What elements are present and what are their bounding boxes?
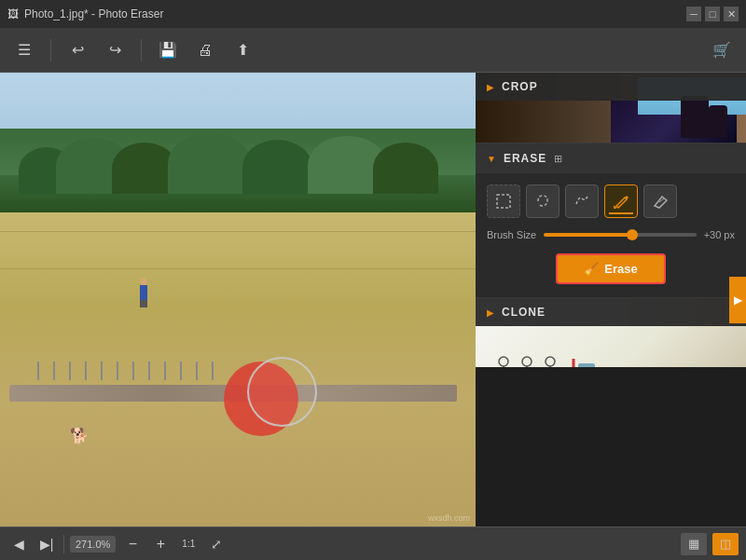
brush-thumb[interactable] [627, 229, 638, 240]
svg-rect-0 [497, 195, 510, 208]
tree-5 [242, 140, 312, 194]
undo-button[interactable]: ↩ [62, 35, 92, 65]
erase-section: ▼ ERASE ⊞ [476, 143, 746, 297]
clone-arrow-icon: ▶ [487, 307, 494, 318]
tree-7 [373, 143, 438, 194]
svg-point-5 [499, 357, 508, 366]
lasso-select-button[interactable] [526, 184, 560, 218]
pencil-tool-button[interactable] [604, 184, 638, 218]
lasso-icon [534, 193, 551, 210]
tool-buttons-row [476, 173, 746, 224]
brush-size-row: Brush Size +30 px [476, 224, 746, 250]
ground-line-2 [0, 268, 476, 269]
erase-arrow-icon: ▼ [487, 154, 496, 164]
redo-button[interactable]: ↪ [100, 35, 130, 65]
svg-point-11 [522, 357, 532, 366]
maximize-button[interactable]: □ [705, 7, 720, 21]
minimize-button[interactable]: ─ [686, 7, 701, 21]
erase-button-icon: 🧹 [584, 262, 599, 276]
erase-button[interactable]: 🧹 Erase [556, 253, 665, 284]
brush-circle-cursor [247, 357, 317, 427]
window-title: Photo_1.jpg* - Photo Eraser [24, 7, 163, 20]
ground-line-1 [0, 231, 476, 232]
erase-expand-icon: ⊞ [554, 153, 562, 165]
brush-value: +30 px [704, 229, 735, 240]
clone-header[interactable]: ▶ CLONE [476, 298, 746, 326]
close-button[interactable]: ✕ [724, 7, 739, 21]
crop-section[interactable]: ▶ CROP [476, 73, 746, 143]
panel-arrow-icon: ▶ [734, 294, 742, 307]
brush-slider[interactable] [544, 233, 696, 237]
person-1 [140, 278, 147, 307]
print-button[interactable]: 🖨 [190, 35, 220, 65]
crop-header[interactable]: ▶ CROP [476, 73, 746, 101]
titlebar-left: 🖼 Photo_1.jpg* - Photo Eraser [7, 7, 163, 20]
cart-button[interactable]: 🛒 [707, 35, 737, 65]
next-image-button[interactable]: ▶| [35, 533, 58, 555]
tree-4 [168, 133, 252, 194]
zoom-out-button[interactable]: − [121, 533, 144, 555]
panel-expand-tab[interactable]: ▶ [729, 277, 746, 323]
titlebar-controls[interactable]: ─ □ ✕ [686, 7, 739, 21]
brush-size-label: Brush Size [487, 229, 536, 240]
rect-select-icon [495, 193, 512, 210]
watermark: wxsdh.com [428, 513, 470, 523]
titlebar: 🖼 Photo_1.jpg* - Photo Eraser ─ □ ✕ [0, 0, 746, 28]
zoom-in-button[interactable]: + [149, 533, 172, 555]
rect-select-button[interactable] [487, 184, 520, 218]
toolbar: ☰ ↩ ↪ 💾 🖨 ⬆ 🛒 [0, 28, 746, 73]
dog: 🐕 [70, 427, 89, 444]
erase-header[interactable]: ▼ ERASE ⊞ [476, 143, 746, 173]
zoom-dropdown[interactable]: 271.0% [70, 536, 116, 553]
prev-image-button[interactable]: ◀ [7, 533, 30, 555]
svg-point-17 [546, 357, 555, 366]
toolbar-separator [50, 39, 51, 61]
menu-button[interactable]: ☰ [9, 35, 39, 65]
statusbar: ◀ ▶| 271.0% − + 1:1 ⤢ ▦ ◫ [0, 526, 746, 560]
right-panel-wrapper: ▶ CROP ▼ ERASE ⊞ [476, 73, 746, 526]
clone-sketch [485, 354, 597, 367]
toolbar-separator-2 [141, 39, 142, 61]
curve-icon [573, 193, 590, 210]
view-single-button[interactable]: ▦ [681, 533, 707, 555]
erase-button-wrapper: 🧹 Erase [476, 250, 746, 297]
zoom-1to1-button[interactable]: 1:1 [177, 533, 200, 555]
zoom-fit-button[interactable]: ⤢ [205, 533, 228, 555]
eraser-tool-button[interactable] [643, 184, 677, 218]
main-area: 🐕 wxsdh.com ▶ CRO [0, 73, 746, 526]
curve-select-button[interactable] [565, 184, 599, 218]
pencil-icon [613, 193, 629, 210]
crop-arrow-icon: ▶ [487, 82, 494, 92]
clone-title: CLONE [502, 306, 546, 319]
svg-line-3 [616, 206, 618, 208]
status-separator [63, 535, 64, 553]
canvas-area[interactable]: 🐕 wxsdh.com [0, 73, 476, 526]
right-panel: ▶ CROP ▼ ERASE ⊞ [476, 73, 746, 367]
crop-title: CROP [502, 80, 538, 93]
erase-title: ERASE [504, 152, 546, 165]
view-split-button[interactable]: ◫ [712, 533, 739, 555]
clone-preview [476, 326, 746, 367]
erase-button-label: Erase [604, 262, 637, 276]
share-button[interactable]: ⬆ [228, 35, 257, 65]
clone-section[interactable]: ▶ CLONE [476, 297, 746, 367]
photo-background: 🐕 [0, 73, 476, 526]
svg-rect-24 [578, 363, 595, 367]
eraser-icon [652, 193, 669, 210]
trees-area [0, 129, 476, 212]
app-icon: 🖼 [7, 7, 19, 20]
stakes-row [0, 362, 476, 364]
save-button[interactable]: 💾 [153, 35, 183, 65]
